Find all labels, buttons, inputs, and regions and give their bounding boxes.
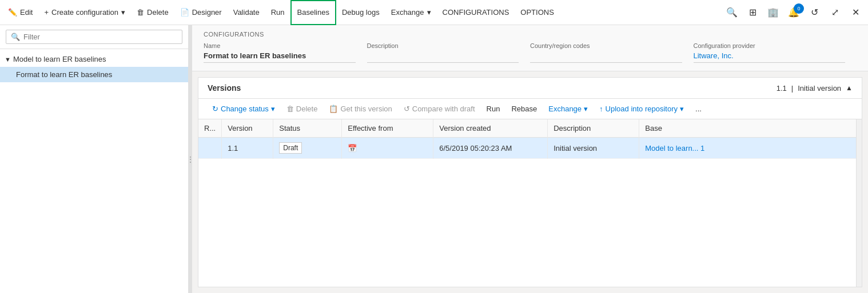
search-icon: 🔍 — [11, 33, 20, 41]
tree-area: ▼ Model to learn ER baselines Format to … — [0, 49, 188, 293]
change-status-button[interactable]: ↻ Change status ▾ — [208, 102, 280, 115]
refresh-button[interactable]: ↺ — [804, 2, 825, 23]
plus-icon: + — [44, 8, 49, 17]
cell-version-created: 6/5/2019 05:20:23 AM — [433, 138, 548, 159]
debug-logs-label: Debug logs — [342, 8, 380, 17]
chevron-down-icon: ▾ — [121, 8, 125, 17]
description-value — [367, 51, 519, 63]
tree-child-item[interactable]: Format to learn ER baselines — [0, 67, 188, 82]
create-config-button[interactable]: + Create configuration ▾ — [38, 0, 131, 25]
configurations-button[interactable]: CONFIGURATIONS — [437, 0, 515, 25]
col-base: Base — [639, 119, 856, 138]
create-config-label: Create configuration — [51, 8, 118, 17]
exchange-chevron-icon: ▾ — [427, 8, 431, 17]
change-status-icon: ↻ — [212, 105, 218, 113]
provider-label: Configuration provider — [694, 42, 846, 49]
panel-resize-handle[interactable] — [189, 25, 192, 293]
upload-repository-button[interactable]: ↑ Upload into repository ▾ — [595, 102, 688, 115]
cell-status: Draft — [273, 138, 342, 159]
versions-header: Versions 1.1 | Initial version ▲ — [198, 78, 862, 99]
config-provider-field: Configuration provider Litware, Inc. — [694, 42, 857, 63]
provider-value[interactable]: Litware, Inc. — [694, 51, 846, 63]
baselines-label: Baselines — [297, 8, 329, 17]
versions-title: Versions — [208, 83, 777, 93]
search-button[interactable]: 🔍 — [722, 2, 742, 23]
designer-button[interactable]: 📄 Designer — [174, 0, 228, 25]
config-description-field: Description — [367, 42, 531, 63]
ver-delete-button[interactable]: 🗑 Delete — [282, 102, 322, 115]
tree-parent-item[interactable]: ▼ Model to learn ER baselines — [0, 51, 188, 67]
country-label: Country/region codes — [530, 42, 682, 49]
options-button[interactable]: OPTIONS — [515, 0, 560, 25]
versions-toolbar: ↻ Change status ▾ 🗑 Delete 📋 Get this ve… — [198, 99, 862, 119]
debug-logs-button[interactable]: Debug logs — [336, 0, 385, 25]
table-header-row: R... Version Status Effective from Versi… — [198, 119, 856, 138]
versions-data-table: R... Version Status Effective from Versi… — [198, 119, 856, 159]
config-country-field: Country/region codes — [530, 42, 694, 63]
grid-icon-button[interactable]: ⊞ — [742, 2, 763, 23]
filter-input[interactable] — [23, 33, 177, 41]
more-label: ... — [695, 105, 702, 113]
name-label: Name — [204, 42, 356, 49]
name-value: Format to learn ER baselines — [204, 51, 356, 63]
col-status: Status — [273, 119, 342, 138]
expand-button[interactable]: ⤢ — [825, 2, 845, 23]
delete-label: Delete — [147, 8, 169, 17]
validate-button[interactable]: Validate — [228, 0, 265, 25]
rebase-button[interactable]: Rebase — [507, 102, 541, 115]
delete-button[interactable]: 🗑 Delete — [131, 0, 174, 25]
calendar-icon[interactable]: 📅 — [348, 144, 357, 152]
description-label: Description — [367, 42, 519, 49]
table-row[interactable]: 1.1 Draft 📅 6/5/2019 05:20:23 AM Initial… — [198, 138, 856, 159]
change-status-label: Change status — [221, 105, 269, 113]
designer-label: Designer — [192, 8, 222, 17]
ver-run-button[interactable]: Run — [482, 102, 505, 115]
baselines-button[interactable]: Baselines — [290, 0, 336, 25]
versions-collapse-icon[interactable]: ▲ — [846, 84, 853, 92]
compare-draft-button[interactable]: ↺ Compare with draft — [399, 102, 480, 115]
filter-input-wrapper[interactable]: 🔍 — [6, 30, 182, 44]
ver-delete-icon: 🗑 — [286, 105, 294, 113]
compare-icon: ↺ — [404, 105, 410, 113]
exchange-button[interactable]: Exchange ▾ — [385, 0, 437, 25]
exchange-label: Exchange — [391, 8, 424, 17]
tree-expand-icon: ▼ — [5, 56, 11, 63]
ver-exchange-label: Exchange — [548, 105, 582, 113]
left-panel: 🔍 ▼ Model to learn ER baselines Format t… — [0, 25, 189, 293]
more-options-button[interactable]: ... — [691, 102, 706, 115]
configurations-label: CONFIGURATIONS — [443, 8, 509, 17]
compare-label: Compare with draft — [412, 105, 475, 113]
col-description: Description — [548, 119, 639, 138]
get-this-version-button[interactable]: 📋 Get this version — [324, 102, 396, 115]
tree-child-label: Format to learn ER baselines — [16, 70, 112, 79]
versions-table: R... Version Status Effective from Versi… — [198, 119, 856, 287]
upload-chevron-icon: ▾ — [680, 105, 684, 113]
designer-icon: 📄 — [180, 8, 189, 17]
top-toolbar: ✏️ Edit + Create configuration ▾ 🗑 Delet… — [0, 0, 868, 25]
ver-exchange-button[interactable]: Exchange ▾ — [544, 102, 592, 115]
rebase-label: Rebase — [511, 105, 537, 113]
vertical-scrollbar[interactable] — [856, 119, 862, 287]
get-version-icon: 📋 — [329, 105, 338, 113]
versions-meta: 1.1 | Initial version ▲ — [777, 84, 853, 93]
close-button[interactable]: ✕ — [845, 2, 866, 23]
edit-icon: ✏️ — [8, 8, 17, 17]
cell-version: 1.1 — [222, 138, 273, 159]
version-label: Initial version — [798, 84, 841, 93]
run-button[interactable]: Run — [265, 0, 290, 25]
col-effective-from: Effective from — [342, 119, 433, 138]
validate-label: Validate — [233, 8, 260, 17]
version-number: 1.1 — [777, 84, 787, 93]
office-icon-button[interactable]: 🏢 — [763, 2, 783, 23]
notification-button[interactable]: 🔔 0 — [783, 2, 804, 23]
version-meta-separator: | — [791, 84, 793, 93]
get-version-label: Get this version — [340, 105, 392, 113]
edit-button[interactable]: ✏️ Edit — [2, 0, 38, 25]
delete-icon: 🗑 — [137, 8, 144, 17]
config-name-field: Name Format to learn ER baselines — [204, 42, 367, 63]
change-status-chevron-icon: ▾ — [271, 105, 275, 113]
right-panel: CONFIGURATIONS Name Format to learn ER b… — [192, 25, 868, 293]
main-layout: 🔍 ▼ Model to learn ER baselines Format t… — [0, 25, 868, 293]
cell-effective-from: 📅 — [342, 138, 433, 159]
breadcrumb: CONFIGURATIONS — [204, 31, 857, 38]
